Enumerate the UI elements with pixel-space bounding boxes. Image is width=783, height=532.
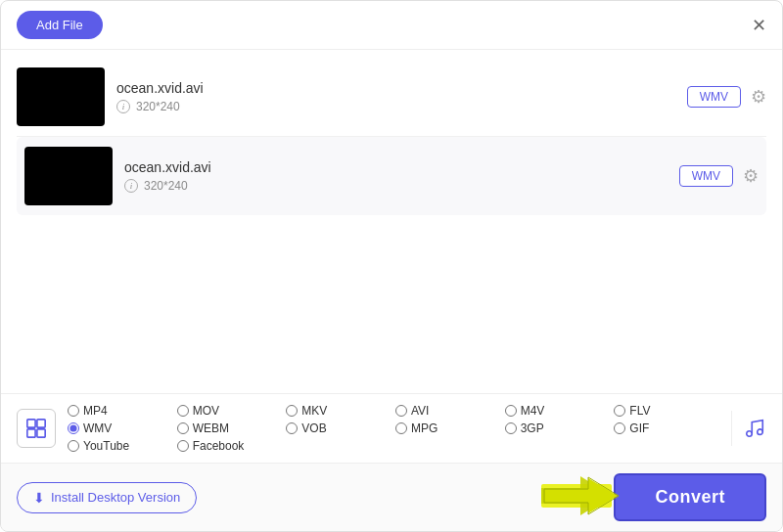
format-mov[interactable]: MOV bbox=[177, 404, 287, 418]
file-thumbnail-1 bbox=[17, 67, 105, 126]
close-button[interactable]: ✕ bbox=[752, 17, 766, 34]
file-thumbnail-2 bbox=[24, 147, 113, 205]
file-item-2: ocean.xvid.avi i 320*240 WMV ⚙ bbox=[17, 137, 766, 215]
settings-icon-1[interactable]: ⚙ bbox=[751, 86, 766, 108]
format-badge-1[interactable]: WMV bbox=[687, 86, 741, 108]
header: Add File ✕ bbox=[1, 1, 782, 50]
format-youtube[interactable]: YouTube bbox=[68, 439, 177, 453]
format-badge-2[interactable]: WMV bbox=[679, 165, 733, 187]
download-icon: ⬇ bbox=[33, 490, 45, 506]
file-actions-1: WMV ⚙ bbox=[687, 86, 766, 108]
file-dimensions-2: 320*240 bbox=[144, 179, 188, 193]
format-bar: MP4 MOV MKV AVI M4V FLV WMV WEBM VOB MPG bbox=[1, 393, 782, 463]
arrow-annotation bbox=[541, 474, 620, 521]
svg-rect-3 bbox=[37, 429, 45, 437]
format-avi[interactable]: AVI bbox=[395, 404, 505, 418]
format-mpg[interactable]: MPG bbox=[395, 421, 505, 435]
file-info-2: ocean.xvid.avi i 320*240 bbox=[124, 159, 668, 193]
convert-button[interactable]: Convert bbox=[614, 473, 766, 521]
audio-format-button[interactable] bbox=[731, 411, 766, 446]
file-actions-2: WMV ⚙ bbox=[679, 165, 759, 187]
action-bar: ⬇ Install Desktop Version Convert bbox=[1, 463, 782, 531]
install-desktop-button[interactable]: ⬇ Install Desktop Version bbox=[17, 482, 197, 513]
format-options: MP4 MOV MKV AVI M4V FLV WMV WEBM VOB MPG bbox=[68, 404, 723, 453]
file-item-1: ocean.xvid.avi i 320*240 WMV ⚙ bbox=[17, 58, 766, 137]
file-name-2: ocean.xvid.avi bbox=[124, 159, 668, 175]
file-info-1: ocean.xvid.avi i 320*240 bbox=[116, 80, 675, 113]
add-file-button[interactable]: Add File bbox=[17, 11, 103, 39]
format-mp4[interactable]: MP4 bbox=[68, 404, 177, 418]
format-m4v[interactable]: M4V bbox=[505, 404, 615, 418]
file-name-1: ocean.xvid.avi bbox=[116, 80, 675, 96]
svg-point-5 bbox=[757, 429, 762, 435]
svg-rect-0 bbox=[27, 420, 35, 427]
file-meta-2: i 320*240 bbox=[124, 179, 668, 193]
install-label: Install Desktop Version bbox=[51, 490, 180, 505]
format-gif[interactable]: GIF bbox=[614, 421, 723, 435]
format-flv[interactable]: FLV bbox=[614, 404, 723, 418]
info-icon-2[interactable]: i bbox=[124, 179, 138, 193]
info-icon-1[interactable]: i bbox=[116, 100, 130, 113]
svg-rect-2 bbox=[27, 429, 35, 437]
format-3gp[interactable]: 3GP bbox=[505, 421, 615, 435]
format-facebook[interactable]: Facebook bbox=[177, 439, 287, 453]
format-mkv[interactable]: MKV bbox=[286, 404, 395, 418]
format-vob[interactable]: VOB bbox=[286, 421, 395, 435]
video-format-icon bbox=[17, 409, 56, 448]
svg-rect-1 bbox=[37, 420, 45, 427]
convert-area: Convert bbox=[541, 473, 766, 521]
settings-icon-2[interactable]: ⚙ bbox=[743, 165, 759, 187]
format-webm[interactable]: WEBM bbox=[177, 421, 287, 435]
file-list: ocean.xvid.avi i 320*240 WMV ⚙ ocean.xvi… bbox=[1, 50, 782, 393]
format-wmv[interactable]: WMV bbox=[68, 421, 177, 435]
file-meta-1: i 320*240 bbox=[116, 100, 675, 113]
file-dimensions-1: 320*240 bbox=[136, 100, 180, 113]
svg-point-4 bbox=[746, 431, 752, 437]
